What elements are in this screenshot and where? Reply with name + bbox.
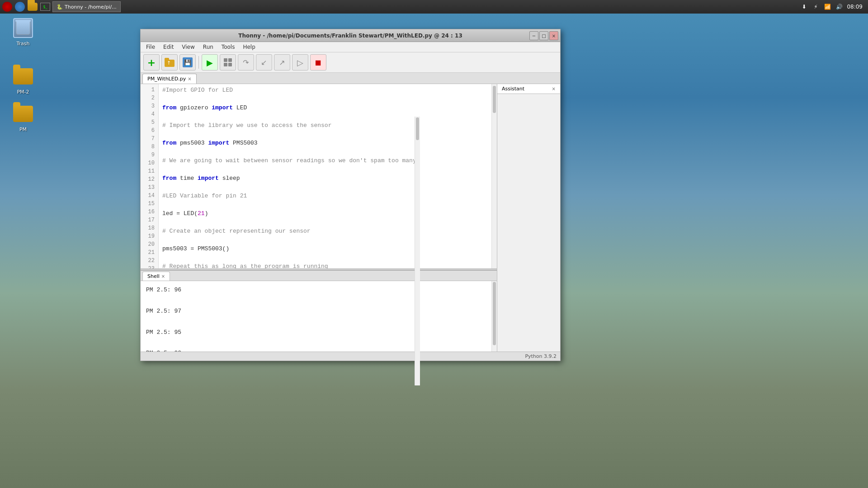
bluetooth-icon: ⚡ (811, 3, 820, 11)
main-content: 1 2 3 4 5 6 7 8 9 10 11 12 13 14 (141, 84, 560, 352)
step-out-button[interactable]: ↗ (274, 54, 290, 70)
shell-tab[interactable]: Shell × (142, 272, 170, 281)
shell-output-blank-1 (146, 295, 486, 305)
shell-output-blank-2 (146, 316, 486, 327)
taskbar-left: $_ 🐍 Thonny - /home/pi/... (2, 1, 121, 12)
new-file-button[interactable] (143, 54, 160, 70)
pm-folder-icon (12, 103, 34, 125)
line-numbers: 1 2 3 4 5 6 7 8 9 10 11 12 13 14 (141, 84, 159, 268)
run-button[interactable] (202, 54, 218, 70)
tab-label: PM_WithLED.py (147, 76, 186, 82)
toolbar: ↑ 💾 ↷ (141, 52, 560, 73)
desktop-icon-pm[interactable]: PM (7, 103, 39, 132)
python-version-label: Python 3.9.2 (525, 353, 557, 359)
step-into-button[interactable]: ↙ (256, 54, 272, 70)
shell-output-blank-3 (146, 338, 486, 348)
minimize-button[interactable]: − (529, 31, 538, 40)
assistant-scrollbar[interactable] (415, 117, 420, 352)
assistant-tab-label: Assistant (502, 86, 524, 92)
menu-help[interactable]: Help (239, 43, 259, 51)
taskbar-right: ⬇ ⚡ 📶 🔊 08:09 (800, 3, 866, 11)
shell-tab-close[interactable]: × (161, 274, 165, 279)
debug-button[interactable] (220, 54, 236, 70)
download-icon: ⬇ (800, 3, 808, 11)
editor-tab-pm-withled[interactable]: PM_WithLED.py × (142, 74, 197, 84)
shell-output-3: PM 2.5: 95 (146, 327, 486, 338)
tab-close-icon[interactable]: × (188, 76, 191, 81)
menu-file[interactable]: File (142, 43, 159, 51)
toolbar-separator (198, 56, 199, 69)
menu-edit[interactable]: Edit (160, 43, 177, 51)
shell-output-1: PM 2.5: 96 (146, 285, 486, 295)
code-area[interactable]: 1 2 3 4 5 6 7 8 9 10 11 12 13 14 (141, 84, 497, 268)
maximize-button[interactable]: □ (539, 31, 548, 40)
shell-tabs: Shell × (141, 271, 497, 281)
statusbar: Python 3.9.2 (141, 352, 560, 361)
save-button[interactable]: 💾 (179, 54, 196, 70)
shell-scrollbar-thumb (493, 282, 496, 345)
shell-tab-label: Shell (147, 273, 160, 279)
menu-view[interactable]: View (178, 43, 198, 51)
code-content[interactable]: #Import GPIO for LED from gpiozero impor… (159, 84, 491, 268)
editor-tabs: PM_WithLED.py × (141, 73, 560, 84)
volume-icon: 🔊 (835, 3, 843, 11)
menu-run[interactable]: Run (199, 43, 217, 51)
window-controls: − □ × (529, 31, 558, 40)
window-titlebar: Thonny - /home/pi/Documents/Franklin Ste… (141, 29, 560, 42)
close-button[interactable]: × (549, 31, 558, 40)
assistant-close-icon[interactable]: × (552, 86, 556, 91)
assistant-panel: Assistant × (497, 84, 560, 352)
terminal-icon[interactable]: $_ (40, 1, 51, 12)
shell-content[interactable]: PM 2.5: 96 PM 2.5: 97 PM 2.5: 95 PM 2.5:… (141, 281, 491, 352)
shell-panel: Shell × PM 2.5: 96 PM 2.5: 97 PM 2.5: 95 (141, 270, 497, 352)
scrollbar-thumb (493, 86, 496, 113)
assistant-tab[interactable]: Assistant × (497, 84, 560, 94)
globe-icon[interactable] (14, 1, 25, 12)
clock: 08:09 (847, 4, 863, 10)
menu-tools[interactable]: Tools (218, 43, 239, 51)
stop-button[interactable] (310, 54, 326, 70)
thonny-taskbar-btn[interactable]: 🐍 Thonny - /home/pi/... (52, 1, 121, 12)
step-over-button[interactable]: ↷ (238, 54, 254, 70)
window-title: Thonny - /home/pi/Documents/Franklin Ste… (238, 33, 462, 39)
shell-scrollbar[interactable] (491, 281, 497, 352)
taskbar: $_ 🐍 Thonny - /home/pi/... ⬇ ⚡ 📶 🔊 08:09 (0, 0, 868, 14)
folder-icon[interactable] (27, 1, 38, 12)
shell-output-2: PM 2.5: 97 (146, 306, 486, 316)
trash-icon-img (12, 17, 34, 39)
open-button[interactable]: ↑ (161, 54, 178, 70)
desktop: $_ 🐍 Thonny - /home/pi/... ⬇ ⚡ 📶 🔊 08:09… (0, 0, 868, 488)
pm2-folder-icon (12, 66, 34, 87)
resume-button[interactable] (292, 54, 308, 70)
raspberry-icon[interactable] (2, 1, 13, 12)
shell-output-4: PM 2.5: 92 (146, 348, 486, 352)
code-editor: 1 2 3 4 5 6 7 8 9 10 11 12 13 14 (141, 84, 497, 352)
thonny-window: Thonny - /home/pi/Documents/Franklin Ste… (140, 29, 561, 361)
wifi-icon: 📶 (823, 3, 831, 11)
editor-scrollbar[interactable] (491, 84, 497, 268)
assistant-content (497, 94, 560, 352)
assistant-scrollbar-thumb (416, 117, 419, 140)
menubar: File Edit View Run Tools Help (141, 42, 560, 52)
desktop-icon-pm2[interactable]: PM-2 (7, 66, 39, 95)
desktop-icon-trash[interactable]: Trash (7, 17, 39, 47)
